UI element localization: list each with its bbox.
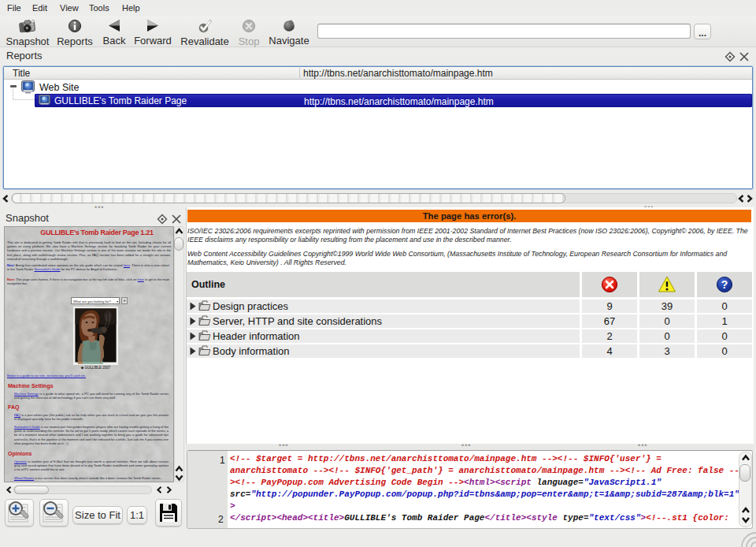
svg-text:?: ? [721, 278, 728, 291]
